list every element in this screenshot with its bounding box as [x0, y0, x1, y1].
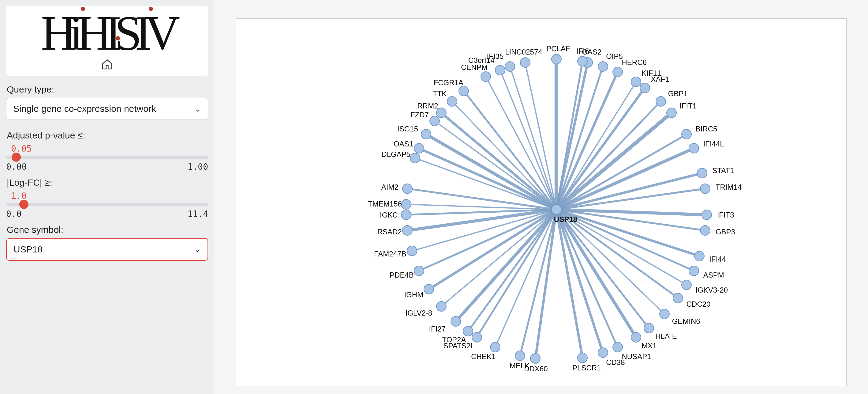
- slider-thumb[interactable]: [19, 200, 28, 209]
- logo: HiHISIV: [41, 8, 174, 58]
- logo-dot-icon: [81, 7, 85, 11]
- graph-node[interactable]: [410, 153, 420, 163]
- logfc-label: |Log-FC| ≥:: [7, 177, 208, 188]
- graph-node-label: PCLAF: [546, 45, 570, 53]
- query-type-value: Single gene co-expression network: [13, 104, 156, 114]
- graph-node[interactable]: [401, 209, 411, 220]
- graph-node[interactable]: [402, 184, 412, 194]
- graph-node-center[interactable]: [551, 204, 562, 215]
- graph-node[interactable]: [459, 86, 469, 96]
- graph-node[interactable]: [429, 116, 440, 126]
- graph-node-label: GEMIN6: [672, 317, 700, 326]
- graph-node-label-center: USP18: [554, 215, 577, 224]
- graph-node[interactable]: [666, 108, 677, 118]
- graph-node[interactable]: [414, 265, 424, 276]
- gene-select[interactable]: USP18 ⌄: [6, 238, 208, 261]
- logo-dot-icon: [149, 7, 153, 11]
- graph-edges: [236, 19, 846, 386]
- graph-node[interactable]: [414, 143, 424, 153]
- graph-node-label: PLSCR1: [572, 364, 601, 372]
- graph-node[interactable]: [463, 326, 473, 336]
- pvalue-value: 0.05: [11, 144, 208, 154]
- graph-node[interactable]: [640, 83, 650, 93]
- network-graph[interactable]: USP18PCLAFOAS2LINC02574IFI35IFI6HERC6KIF…: [236, 18, 846, 386]
- graph-node[interactable]: [689, 143, 699, 153]
- graph-node-label: ISG15: [397, 125, 418, 133]
- graph-node-label: XAF1: [651, 75, 669, 84]
- graph-node[interactable]: [436, 301, 446, 312]
- graph-node-label: IFIT3: [717, 211, 734, 219]
- graph-node[interactable]: [515, 350, 525, 361]
- graph-node-label: GBP3: [716, 228, 735, 236]
- graph-node[interactable]: [472, 332, 482, 342]
- graph-node[interactable]: [495, 65, 505, 75]
- graph-node[interactable]: [681, 129, 692, 139]
- graph-node[interactable]: [447, 96, 457, 107]
- graph-node[interactable]: [424, 284, 434, 294]
- chevron-down-icon: ⌄: [194, 245, 201, 254]
- graph-node[interactable]: [451, 316, 461, 327]
- svg-line-5: [556, 72, 618, 209]
- pvalue-max: 1.00: [188, 162, 208, 172]
- graph-node-label: IGLV2-8: [406, 309, 432, 317]
- graph-node-label: HERC6: [622, 58, 646, 67]
- pvalue-slider[interactable]: 0.05 0.00 1.00: [6, 144, 208, 172]
- graph-node[interactable]: [659, 309, 670, 319]
- graph-node-label: PDE4B: [390, 271, 414, 279]
- graph-node[interactable]: [631, 332, 641, 342]
- graph-node[interactable]: [644, 323, 654, 333]
- graph-node[interactable]: [577, 353, 588, 363]
- graph-node-label: MELK: [509, 362, 529, 370]
- graph-node[interactable]: [577, 56, 588, 66]
- svg-line-41: [456, 209, 556, 321]
- slider-track[interactable]: [6, 203, 208, 206]
- graph-node[interactable]: [530, 353, 540, 364]
- graph-node[interactable]: [480, 72, 491, 82]
- query-type-select[interactable]: Single gene co-expression network ⌄: [6, 98, 208, 120]
- gene-value: USP18: [13, 244, 42, 255]
- logfc-min: 0.0: [6, 209, 22, 219]
- graph-node[interactable]: [402, 225, 412, 235]
- graph-node-label: IFI44L: [703, 140, 724, 148]
- graph-node-label: CDC20: [686, 300, 711, 309]
- graph-node[interactable]: [700, 225, 710, 235]
- graph-node-label: IGHM: [404, 290, 423, 299]
- graph-node[interactable]: [694, 251, 705, 261]
- graph-node[interactable]: [613, 67, 623, 77]
- svg-line-42: [556, 209, 618, 347]
- graph-node[interactable]: [490, 342, 500, 352]
- graph-node-label: RRM2: [417, 102, 438, 110]
- graph-node[interactable]: [656, 96, 666, 107]
- graph-node[interactable]: [673, 293, 683, 303]
- slider-thumb[interactable]: [12, 152, 21, 162]
- slider-track[interactable]: [6, 156, 208, 159]
- graph-node[interactable]: [689, 265, 699, 276]
- graph-node[interactable]: [700, 184, 710, 194]
- graph-node-label: FCGR1A: [434, 79, 463, 87]
- graph-node-label: HLA-E: [655, 332, 677, 341]
- graph-node[interactable]: [401, 199, 411, 209]
- graph-node[interactable]: [598, 347, 608, 358]
- graph-node-label: MX1: [642, 342, 656, 350]
- logfc-slider[interactable]: 1.0 0.0 11.4: [6, 191, 208, 219]
- svg-line-47: [556, 209, 603, 353]
- graph-node[interactable]: [598, 61, 608, 72]
- graph-node[interactable]: [702, 209, 712, 220]
- graph-node-label: IFIT1: [679, 102, 696, 110]
- graph-node[interactable]: [407, 246, 417, 256]
- graph-node[interactable]: [520, 57, 530, 68]
- graph-node[interactable]: [421, 129, 431, 139]
- graph-node[interactable]: [681, 280, 692, 290]
- svg-line-38: [556, 209, 649, 328]
- graph-node[interactable]: [613, 342, 623, 352]
- graph-node-label: NUSAP1: [622, 352, 651, 361]
- graph-node[interactable]: [551, 54, 562, 64]
- graph-node[interactable]: [697, 168, 707, 178]
- svg-line-36: [429, 209, 556, 289]
- graph-node-label: IFI6: [576, 47, 589, 55]
- home-icon[interactable]: [101, 58, 113, 73]
- graph-node[interactable]: [505, 61, 515, 72]
- graph-node-label: TTK: [433, 89, 446, 98]
- graph-node-label: CHEK1: [471, 352, 496, 361]
- query-type-label: Query type:: [7, 84, 208, 95]
